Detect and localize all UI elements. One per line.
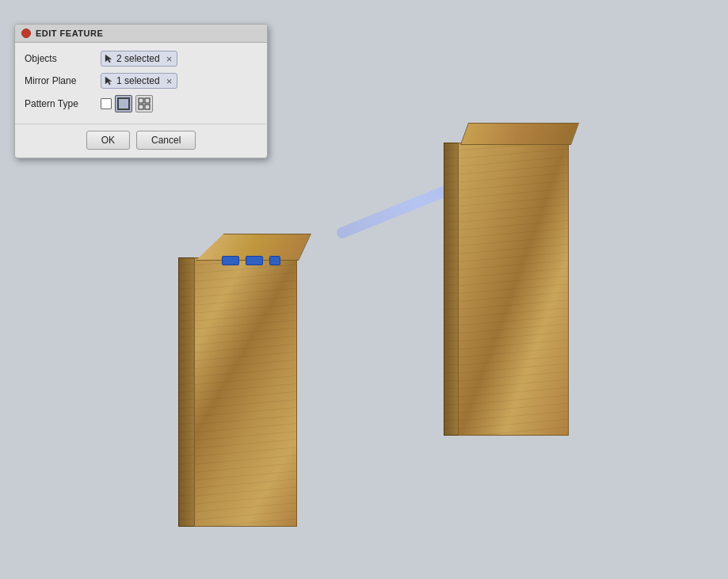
svg-rect-0	[139, 98, 143, 103]
dialog-close-dot[interactable]	[21, 29, 31, 38]
pattern-single-icon	[117, 97, 130, 110]
cancel-button[interactable]: Cancel	[136, 131, 196, 150]
pattern-multi-button[interactable]	[135, 95, 153, 112]
panel-left	[178, 234, 305, 519]
svg-rect-3	[145, 105, 150, 109]
pattern-type-label: Pattern Type	[25, 98, 94, 109]
cursor-icon-2	[105, 76, 113, 86]
panel-right-top	[460, 123, 579, 145]
dialog-footer: OK Cancel	[15, 124, 267, 158]
pattern-checkbox[interactable]	[101, 98, 112, 109]
connector-1	[222, 256, 239, 265]
pattern-type-row: Pattern Type	[25, 95, 257, 112]
mirror-plane-badge-text: 1 selected	[116, 75, 160, 86]
panel-right	[444, 123, 582, 432]
panel-left-front	[194, 257, 297, 527]
objects-badge-close[interactable]: ×	[166, 54, 173, 64]
panel-right-front	[458, 143, 569, 436]
connector-3	[269, 256, 280, 265]
mirror-plane-badge[interactable]: 1 selected ×	[101, 73, 177, 89]
svg-rect-2	[139, 105, 143, 109]
pattern-single-button[interactable]	[115, 95, 132, 112]
mirror-plane-badge-close[interactable]: ×	[166, 76, 173, 86]
objects-label: Objects	[25, 53, 94, 64]
objects-badge-text: 2 selected	[116, 53, 160, 64]
dialog-body: Objects 2 selected × Mirror Plane 1 sele…	[15, 43, 267, 120]
pattern-multi-icon	[138, 97, 151, 110]
dialog-title: EDIT FEATURE	[36, 29, 103, 38]
panel-left-side	[178, 257, 196, 527]
objects-row: Objects 2 selected ×	[25, 51, 257, 67]
pattern-icons	[101, 95, 153, 112]
svg-rect-1	[145, 98, 150, 103]
objects-badge[interactable]: 2 selected ×	[101, 51, 177, 67]
ok-button[interactable]: OK	[86, 131, 130, 150]
connector-2	[246, 256, 263, 265]
cursor-icon	[105, 54, 113, 64]
mirror-plane-row: Mirror Plane 1 selected ×	[25, 73, 257, 89]
edit-feature-dialog: EDIT FEATURE Objects 2 selected × Mirror…	[14, 24, 268, 158]
panel-right-side	[444, 143, 459, 436]
dialog-titlebar: EDIT FEATURE	[15, 25, 267, 43]
mirror-plane-label: Mirror Plane	[25, 75, 94, 86]
